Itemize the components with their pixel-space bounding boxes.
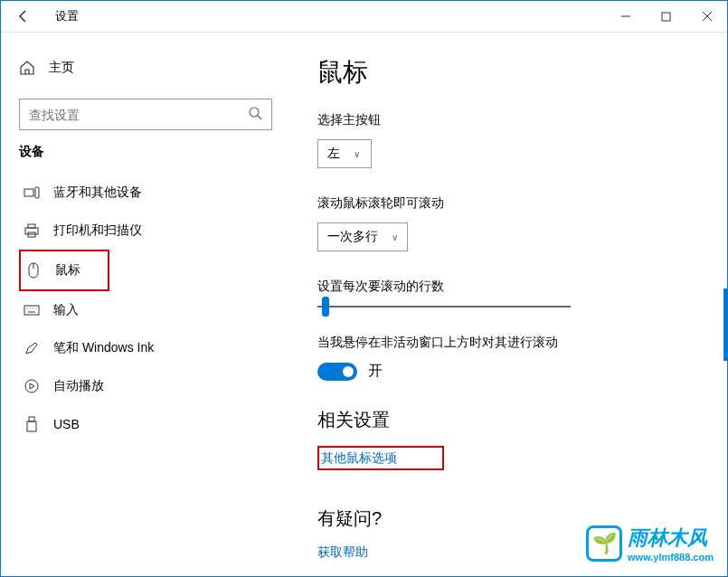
mouse-icon	[25, 262, 42, 279]
sidebar-item-mouse[interactable]: 鼠标	[19, 250, 109, 291]
close-button[interactable]	[686, 3, 727, 30]
chevron-down-icon: ∨	[392, 232, 398, 242]
svg-point-15	[35, 308, 36, 309]
devices-icon	[24, 184, 40, 201]
dropdown-value: 左	[327, 146, 340, 162]
svg-rect-7	[25, 228, 38, 234]
svg-point-14	[33, 308, 33, 309]
svg-rect-5	[35, 187, 39, 198]
inactive-scroll-label: 当我悬停在非活动窗口上方时对其进行滚动	[317, 335, 691, 351]
watermark: 🌱 雨林木风 www.ylmf888.com	[586, 525, 714, 563]
related-heading: 相关设置	[317, 408, 691, 432]
home-button[interactable]: 主页	[19, 51, 290, 85]
nav-label: 笔和 Windows Ink	[53, 340, 154, 356]
watermark-name: 雨林木风	[628, 525, 714, 552]
svg-rect-6	[28, 224, 35, 228]
primary-button-label: 选择主按钮	[317, 112, 691, 128]
sidebar: 主页 设备 蓝牙和其他设备 打印机和扫描仪	[1, 33, 290, 576]
titlebar: 设置	[1, 1, 727, 33]
nav-label: USB	[53, 417, 80, 431]
svg-rect-1	[662, 13, 670, 21]
maximize-button[interactable]	[646, 3, 686, 30]
sidebar-item-bluetooth[interactable]: 蓝牙和其他设备	[19, 174, 290, 212]
watermark-logo-icon: 🌱	[586, 525, 622, 562]
svg-rect-19	[27, 421, 36, 431]
nav-label: 蓝牙和其他设备	[53, 184, 142, 201]
toggle-knob	[343, 366, 354, 377]
pen-icon	[24, 340, 40, 356]
search-icon	[248, 106, 262, 124]
main-content: 鼠标 选择主按钮 左 ∨ 滚动鼠标滚轮即可滚动 一次多行 ∨ 设置每次要滚动的行…	[290, 33, 727, 576]
nav-label: 鼠标	[55, 262, 80, 279]
watermark-url: www.ylmf888.com	[628, 552, 714, 563]
sidebar-item-pen[interactable]: 笔和 Windows Ink	[19, 329, 290, 367]
nav-label: 打印机和扫描仪	[53, 222, 142, 239]
dropdown-value: 一次多行	[327, 229, 378, 245]
toggle-state: 开	[368, 362, 383, 381]
scroll-label: 滚动鼠标滚轮即可滚动	[317, 195, 691, 212]
inactive-scroll-toggle[interactable]	[317, 363, 357, 381]
sidebar-item-autoplay[interactable]: 自动播放	[19, 367, 290, 405]
svg-point-13	[30, 308, 31, 309]
svg-point-17	[25, 380, 38, 393]
usb-icon	[24, 416, 40, 432]
home-icon	[19, 60, 35, 76]
chevron-down-icon: ∨	[354, 149, 360, 159]
additional-mouse-options-link[interactable]: 其他鼠标选项	[321, 450, 397, 465]
search-input[interactable]	[29, 108, 248, 122]
nav-label: 输入	[53, 302, 79, 318]
back-button[interactable]	[10, 3, 37, 30]
section-label: 设备	[19, 144, 290, 160]
svg-rect-18	[29, 417, 34, 421]
autoplay-icon	[24, 378, 40, 394]
keyboard-icon	[24, 302, 40, 318]
slider-thumb[interactable]	[322, 297, 329, 317]
minimize-button[interactable]	[605, 3, 646, 30]
svg-line-3	[258, 116, 261, 119]
primary-button-dropdown[interactable]: 左 ∨	[317, 139, 372, 168]
printer-icon	[24, 222, 40, 239]
scroll-dropdown[interactable]: 一次多行 ∨	[317, 222, 408, 251]
svg-point-2	[250, 108, 259, 117]
sidebar-item-printers[interactable]: 打印机和扫描仪	[19, 212, 290, 250]
lines-label: 设置每次要滚动的行数	[317, 279, 691, 295]
svg-rect-4	[24, 189, 33, 196]
page-heading: 鼠标	[317, 55, 691, 90]
lines-slider[interactable]	[317, 306, 571, 307]
svg-rect-11	[24, 306, 39, 315]
svg-point-12	[27, 308, 28, 309]
sidebar-item-usb[interactable]: USB	[19, 405, 290, 443]
nav-label: 自动播放	[53, 378, 104, 394]
search-box[interactable]	[19, 99, 272, 130]
sidebar-item-typing[interactable]: 输入	[19, 291, 290, 329]
home-label: 主页	[49, 60, 74, 76]
scrollbar[interactable]	[723, 288, 727, 361]
window-title: 设置	[55, 8, 79, 24]
